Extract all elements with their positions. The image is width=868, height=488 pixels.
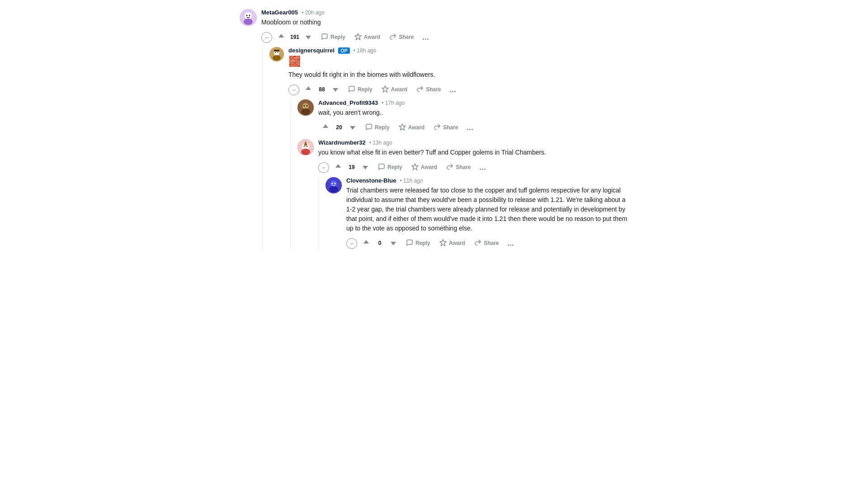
action-bar-metagear: − 191 bbox=[261, 31, 628, 43]
collapse-btn-metagear[interactable]: − bbox=[261, 32, 272, 43]
upvote-btn-advanced[interactable] bbox=[318, 122, 333, 134]
downvote-icon-designersquirrel bbox=[332, 85, 339, 94]
share-label-advanced: Share bbox=[443, 124, 458, 131]
share-btn-clovenstone[interactable]: Share bbox=[471, 237, 502, 249]
svg-marker-5 bbox=[355, 33, 361, 40]
collapse-btn-clovenstone[interactable]: − bbox=[346, 238, 357, 249]
svg-point-30 bbox=[329, 186, 338, 192]
emoji-reaction-designersquirrel: 🧱 bbox=[288, 56, 628, 67]
share-btn-metagear[interactable]: Share bbox=[386, 31, 417, 43]
timestamp-metagear: • 20h ago bbox=[302, 9, 325, 16]
award-icon-clovenstone bbox=[439, 239, 447, 248]
comment-metagear-header: MetaGear005 • 20h ago bbox=[261, 9, 628, 16]
award-icon-advanced bbox=[399, 123, 406, 132]
vote-section-designersquirrel: 88 bbox=[301, 84, 343, 96]
award-btn-metagear[interactable]: Award bbox=[351, 31, 384, 43]
vote-section-wizard: 19 bbox=[331, 161, 373, 174]
downvote-btn-wizard[interactable] bbox=[358, 161, 373, 174]
action-bar-designersquirrel: − 88 bbox=[288, 83, 628, 96]
share-btn-advanced[interactable]: Share bbox=[430, 122, 462, 134]
comment-wizard-content: Wizardnumber32 • 13h ago you know what e… bbox=[318, 139, 628, 174]
upvote-btn-metagear[interactable] bbox=[274, 31, 288, 43]
downvote-btn-clovenstone[interactable] bbox=[386, 237, 401, 249]
svg-point-3 bbox=[249, 15, 250, 16]
reply-icon-clovenstone bbox=[406, 239, 413, 248]
share-label-designersquirrel: Share bbox=[426, 86, 441, 93]
reply-btn-wizard[interactable]: Reply bbox=[374, 161, 406, 174]
username-advanced: Advanced_Profit9343 bbox=[318, 99, 378, 106]
action-bar-advanced: 20 bbox=[318, 121, 628, 134]
share-btn-designersquirrel[interactable]: Share bbox=[413, 84, 444, 96]
award-icon-designersquirrel bbox=[382, 85, 389, 94]
share-icon-clovenstone bbox=[474, 239, 481, 248]
action-bar-clovenstone: − 0 bbox=[346, 237, 628, 249]
reply-icon-wizard bbox=[378, 163, 385, 172]
vote-count-advanced: 20 bbox=[335, 124, 344, 131]
comment-metagear-content: MetaGear005 • 20h ago Moobloom or nothin… bbox=[261, 9, 628, 43]
svg-point-11 bbox=[273, 55, 281, 61]
comment-clovenstone-header: Clovenstone-Blue • 11h ago bbox=[346, 177, 628, 184]
share-icon-metagear bbox=[389, 33, 396, 42]
share-label-metagear: Share bbox=[399, 34, 414, 40]
award-btn-designersquirrel[interactable]: Award bbox=[378, 84, 411, 96]
more-btn-wizard[interactable]: ... bbox=[476, 161, 489, 174]
collapse-btn-wizard[interactable]: − bbox=[318, 162, 329, 173]
comment-designersquirrel-content: designersquirrel OP • 18h ago 🧱 They wou… bbox=[288, 47, 628, 96]
reply-icon-advanced bbox=[365, 123, 373, 132]
comment-metagear: MetaGear005 • 20h ago Moobloom or nothin… bbox=[240, 9, 628, 249]
downvote-btn-designersquirrel[interactable] bbox=[328, 84, 343, 96]
svg-point-4 bbox=[244, 19, 253, 25]
more-btn-designersquirrel[interactable]: ... bbox=[447, 83, 459, 96]
svg-point-15 bbox=[304, 105, 305, 107]
upvote-icon-metagear bbox=[278, 33, 285, 42]
award-label-advanced: Award bbox=[408, 124, 425, 131]
upvote-btn-designersquirrel[interactable] bbox=[301, 84, 316, 96]
comment-wizard: Wizardnumber32 • 13h ago you know what e… bbox=[297, 139, 628, 249]
timestamp-clovenstone: • 11h ago bbox=[400, 178, 423, 184]
avatar-designersquirrel bbox=[269, 47, 284, 61]
award-btn-clovenstone[interactable]: Award bbox=[436, 237, 469, 249]
comment-advanced-content: Advanced_Profit9343 • 17h ago wait, you … bbox=[318, 99, 628, 134]
vote-count-designersquirrel: 88 bbox=[317, 86, 326, 93]
comment-metagear-text: Moobloom or nothing bbox=[261, 18, 628, 27]
comment-clovenstone-text: Trial chambers were released far too clo… bbox=[346, 186, 628, 233]
svg-rect-10 bbox=[274, 50, 279, 52]
reply-btn-designersquirrel[interactable]: Reply bbox=[344, 84, 376, 96]
downvote-icon-advanced bbox=[349, 123, 356, 132]
downvote-btn-advanced[interactable] bbox=[345, 122, 360, 134]
award-label-wizard: Award bbox=[421, 164, 437, 170]
more-btn-advanced[interactable]: ... bbox=[464, 121, 476, 134]
avatar-advanced bbox=[297, 99, 314, 116]
share-icon-designersquirrel bbox=[416, 85, 424, 94]
vote-section-clovenstone: 0 bbox=[359, 237, 401, 249]
more-btn-metagear[interactable]: ... bbox=[420, 31, 432, 43]
upvote-icon-advanced bbox=[322, 123, 329, 132]
svg-marker-31 bbox=[440, 239, 446, 246]
share-icon-advanced bbox=[434, 123, 441, 132]
reply-btn-clovenstone[interactable]: Reply bbox=[402, 237, 434, 249]
reply-label-clovenstone: Reply bbox=[415, 240, 430, 246]
upvote-btn-clovenstone[interactable] bbox=[359, 237, 373, 249]
share-label-clovenstone: Share bbox=[484, 240, 499, 246]
svg-marker-12 bbox=[382, 86, 388, 92]
share-btn-wizard[interactable]: Share bbox=[443, 161, 474, 174]
comment-advanced-header: Advanced_Profit9343 • 17h ago bbox=[318, 99, 628, 106]
svg-marker-25 bbox=[412, 164, 418, 170]
svg-point-1 bbox=[245, 12, 252, 19]
downvote-btn-metagear[interactable] bbox=[301, 31, 316, 43]
op-badge-designersquirrel: OP bbox=[338, 47, 350, 54]
collapse-btn-designersquirrel[interactable]: − bbox=[288, 84, 299, 95]
upvote-btn-wizard[interactable] bbox=[331, 161, 345, 174]
reply-icon-metagear bbox=[321, 33, 328, 42]
more-btn-clovenstone[interactable]: ... bbox=[505, 237, 517, 249]
award-btn-wizard[interactable]: Award bbox=[408, 161, 441, 174]
reply-btn-metagear[interactable]: Reply bbox=[317, 31, 349, 43]
reply-btn-advanced[interactable]: Reply bbox=[362, 122, 393, 134]
comment-advanced: Advanced_Profit9343 • 17h ago wait, you … bbox=[297, 99, 628, 134]
award-label-clovenstone: Award bbox=[449, 240, 465, 246]
svg-point-24 bbox=[301, 149, 310, 155]
award-btn-advanced[interactable]: Award bbox=[395, 122, 428, 134]
avatar-clovenstone bbox=[326, 177, 342, 193]
share-label-wizard: Share bbox=[456, 164, 471, 170]
share-icon-wizard bbox=[446, 163, 453, 172]
